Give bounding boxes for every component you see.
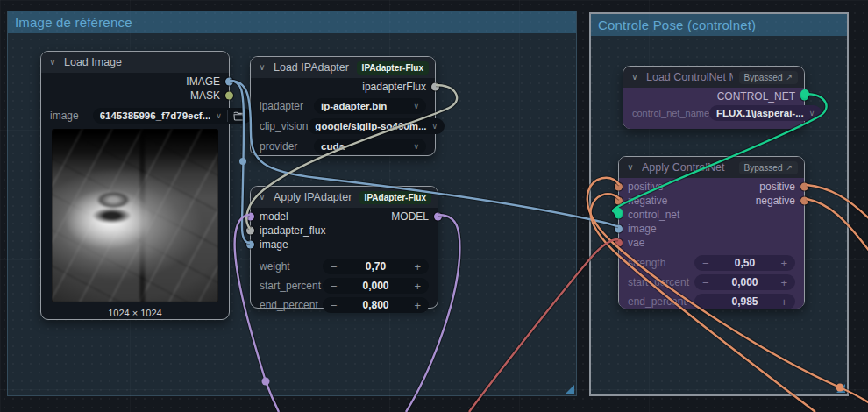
decrement-icon[interactable]: −	[331, 281, 338, 292]
end-percent-number-widget[interactable]: − 0,800 +	[323, 297, 429, 313]
bypassed-badge: Bypassed↗	[739, 161, 798, 174]
image-file-combo[interactable]: 6145385996_f7d79ecf... ∨	[93, 108, 252, 124]
input-label: vae	[628, 237, 644, 249]
increment-icon[interactable]: +	[780, 296, 787, 308]
combo-value: FLUX.1\jasperai-...	[716, 108, 804, 118]
collapse-icon[interactable]: ∨	[630, 73, 640, 82]
decrement-icon[interactable]: −	[702, 277, 709, 288]
bypass-arrow-icon: ↗	[786, 73, 793, 82]
positive-input-slot[interactable]	[615, 183, 623, 191]
image-dimensions-caption: 1024 × 1024	[41, 308, 229, 318]
node-apply-ipadapter-titlebar[interactable]: ∨ Apply IPAdapter Flux M... IPAdapter-Fl…	[251, 187, 438, 208]
input-label: negative	[628, 195, 667, 207]
mask-output-slot[interactable]	[225, 92, 233, 100]
output-label: CONTROL_NET	[717, 90, 795, 103]
number-value[interactable]: 0,50	[709, 257, 781, 269]
slot-row-vae: vae	[619, 236, 804, 250]
collapse-icon[interactable]: ∨	[257, 193, 267, 202]
slot-row-positive: positive positive	[619, 180, 804, 194]
ipadapterflux-input-slot[interactable]	[246, 227, 254, 235]
strength-number-widget[interactable]: − 0,50 +	[694, 255, 795, 271]
ipadapter-combo[interactable]: ip-adapter.bin ∨	[314, 98, 426, 114]
combo-value: 6145385996_f7d79ecf...	[100, 110, 211, 121]
increment-icon[interactable]: +	[414, 261, 421, 273]
image-preview[interactable]	[52, 129, 218, 302]
open-folder-icon[interactable]	[233, 111, 245, 121]
provider-combo[interactable]: cuda ∨	[314, 139, 426, 154]
combo-value: ip-adapter.bin	[321, 101, 387, 111]
group-controle-pose-header[interactable]: Controle Pose (controlnet)	[591, 14, 847, 36]
increment-icon[interactable]: +	[414, 300, 421, 311]
group-image-reference-header[interactable]: Image de référence	[8, 11, 576, 33]
node-load-controlnet-titlebar[interactable]: ∨ Load ControlNet Model Bypassed↗	[623, 67, 804, 88]
control-net-name-combo[interactable]: FLUX.1\jasperai-... ∨	[709, 105, 822, 121]
node-apply-ipadapter-flux[interactable]: ∨ Apply IPAdapter Flux M... IPAdapter-Fl…	[250, 186, 438, 309]
widget-label: clip_vision	[260, 120, 308, 132]
model-output-slot[interactable]	[434, 213, 442, 221]
node-graph-canvas[interactable]: Image de référence Controle Pose (contro…	[0, 0, 868, 412]
image-input-slot[interactable]	[246, 241, 254, 249]
node-load-ipadapter-flux[interactable]: ∨ Load IPAdapter Flux M... IPAdapter-Flu…	[250, 56, 436, 156]
increment-icon[interactable]: +	[414, 281, 421, 292]
input-label: control_net	[628, 209, 679, 221]
node-load-image[interactable]: ∨ Load Image IMAGE MASK image 6145385996…	[40, 51, 230, 320]
number-value[interactable]: 0,70	[338, 260, 415, 273]
input-label: ipadapter_flux	[260, 224, 325, 237]
negative-output-slot[interactable]	[800, 197, 808, 205]
controlnet-output-slot[interactable]	[800, 93, 808, 101]
bypassed-badge: Bypassed↗	[739, 71, 798, 84]
input-label: model	[260, 210, 288, 223]
decrement-icon[interactable]: −	[331, 261, 338, 273]
group-resize-handle[interactable]	[836, 384, 845, 393]
slot-row-ipadapter-flux: ipadapter_flux	[251, 224, 438, 238]
decrement-icon[interactable]: −	[702, 258, 709, 269]
slot-row-ipadapterflux-output: ipadapterFlux	[251, 80, 435, 94]
node-load-ipadapter-titlebar[interactable]: ∨ Load IPAdapter Flux M... IPAdapter-Flu…	[251, 57, 435, 78]
widget-label: image	[50, 110, 79, 122]
collapse-icon[interactable]: ∨	[47, 58, 58, 67]
weight-number-widget[interactable]: − 0,70 +	[323, 259, 429, 274]
node-apply-controlnet[interactable]: ∨ Apply ControlNet Bypassed↗ positive po…	[618, 156, 805, 309]
image-output-slot[interactable]	[225, 78, 233, 86]
widget-label: end_percent	[260, 299, 316, 311]
image-input-slot[interactable]	[615, 225, 623, 233]
vae-input-slot[interactable]	[615, 239, 623, 247]
increment-icon[interactable]: +	[780, 277, 787, 288]
input-label: image	[628, 223, 657, 235]
number-value[interactable]: 0,000	[338, 280, 415, 292]
input-label: image	[260, 238, 288, 251]
number-value[interactable]: 0,000	[709, 276, 781, 288]
node-load-controlnet[interactable]: ∨ Load ControlNet Model Bypassed↗ CONTRO…	[623, 66, 805, 129]
end-percent-number-widget[interactable]: − 0,985 +	[694, 294, 795, 309]
node-load-image-titlebar[interactable]: ∨ Load Image	[41, 52, 229, 73]
controlnet-input-slot[interactable]	[615, 211, 623, 219]
slot-row-model: model MODEL	[251, 210, 438, 224]
decrement-icon[interactable]: −	[702, 296, 709, 308]
clip-vision-combo[interactable]: google/siglip-so400m... ∨	[308, 118, 445, 134]
node-apply-controlnet-titlebar[interactable]: ∨ Apply ControlNet Bypassed↗	[619, 157, 804, 178]
number-value[interactable]: 0,800	[338, 299, 415, 311]
node-title: Load IPAdapter Flux M...	[274, 61, 351, 74]
slot-row-image: image	[619, 222, 804, 236]
negative-input-slot[interactable]	[615, 197, 623, 205]
node-type-badge: IPAdapter-Flux	[359, 191, 431, 204]
positive-output-slot[interactable]	[800, 183, 808, 191]
slot-row-image-output: IMAGE	[41, 75, 229, 89]
group-resize-handle[interactable]	[566, 385, 574, 394]
widget-label: end_percent	[628, 295, 687, 308]
start-percent-number-widget[interactable]: − 0,000 +	[323, 278, 429, 294]
increment-icon[interactable]: +	[780, 258, 787, 269]
collapse-icon[interactable]: ∨	[257, 63, 267, 72]
number-value[interactable]: 0,985	[709, 295, 781, 308]
input-label: positive	[628, 181, 664, 193]
decrement-icon[interactable]: −	[331, 300, 338, 311]
model-input-slot[interactable]	[246, 213, 254, 221]
bypass-arrow-icon: ↗	[786, 163, 793, 172]
start-percent-number-widget[interactable]: − 0,000 +	[694, 274, 795, 290]
node-title: Load ControlNet Model	[646, 71, 733, 83]
node-title: Load Image	[64, 56, 223, 68]
collapse-icon[interactable]: ∨	[625, 163, 636, 172]
node-type-badge: IPAdapter-Flux	[357, 61, 429, 75]
output-label: ipadapterFlux	[362, 81, 426, 93]
ipadapterflux-output-slot[interactable]	[431, 83, 439, 91]
